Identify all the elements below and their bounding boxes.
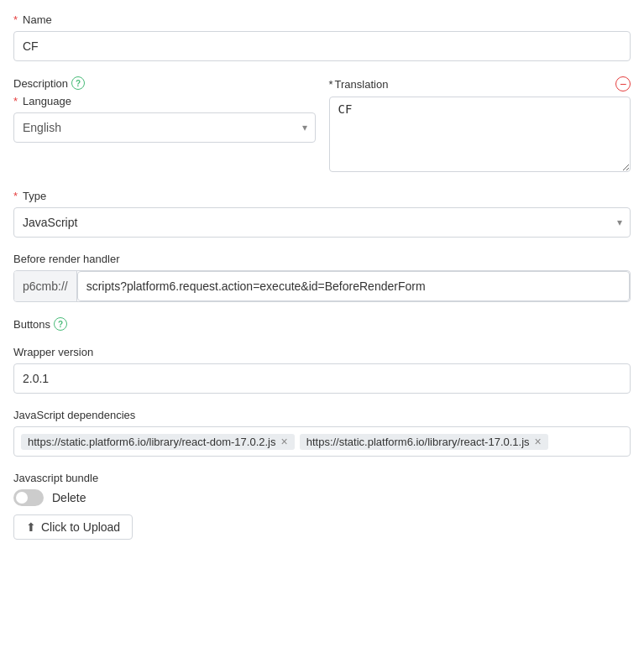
type-required: *	[13, 190, 18, 202]
type-label: * Type	[13, 190, 631, 202]
js-dependencies-tags: https://static.platform6.io/library/reac…	[13, 426, 631, 457]
description-info-icon[interactable]: ?	[71, 76, 85, 90]
buttons-label-text: Buttons	[13, 318, 50, 331]
language-select-wrapper: English French Spanish German ▾	[13, 112, 316, 143]
delete-label: Delete	[52, 491, 86, 504]
js-bundle-field-group: Javascript bundle Delete ⬆ Click to Uplo…	[13, 472, 631, 540]
description-label-text: Description	[13, 77, 68, 90]
delete-toggle-row: Delete	[13, 489, 631, 506]
before-render-input[interactable]	[77, 271, 630, 301]
wrapper-version-label: Wrapper version	[13, 346, 631, 358]
type-label-text: Type	[23, 190, 46, 202]
name-input[interactable]	[13, 31, 631, 61]
language-label-text: Language	[23, 95, 71, 107]
js-dep-1-text: https://static.platform6.io/library/reac…	[28, 436, 276, 448]
buttons-info-icon[interactable]: ?	[54, 317, 67, 331]
translation-remove-icon[interactable]: −	[615, 76, 631, 91]
name-field-group: * Name	[13, 13, 631, 61]
js-dep-2-remove[interactable]: ×	[535, 436, 542, 447]
translation-label-text: Translation	[335, 78, 389, 91]
description-col: Description ? * Language English French …	[13, 76, 316, 175]
js-bundle-label: Javascript bundle	[13, 472, 631, 484]
name-label: * Name	[13, 13, 631, 26]
description-label: Description ?	[13, 76, 316, 90]
wrapper-version-field-group: Wrapper version	[13, 346, 631, 394]
before-render-label-text: Before render handler	[13, 253, 119, 265]
translation-textarea[interactable]: CF	[329, 97, 631, 172]
language-required: *	[13, 95, 18, 107]
js-dep-2-text: https://static.platform6.io/library/reac…	[306, 436, 530, 448]
upload-label: Click to Upload	[41, 520, 120, 534]
wrapper-version-input[interactable]	[13, 363, 631, 394]
js-dependencies-label-text: JavaScript dependencies	[13, 409, 135, 421]
before-render-field-group: Before render handler p6cmb://	[13, 253, 631, 302]
translation-header: * Translation −	[329, 76, 631, 91]
description-row: Description ? * Language English French …	[13, 76, 631, 175]
before-render-row: p6cmb://	[13, 270, 631, 302]
language-field-group: * Language English French Spanish German…	[13, 95, 316, 143]
name-required: *	[13, 13, 18, 26]
type-select-wrapper: JavaScript HTML CSS ▾	[13, 207, 631, 238]
upload-button[interactable]: ⬆ Click to Upload	[13, 514, 133, 540]
before-render-label: Before render handler	[13, 253, 631, 265]
delete-toggle[interactable]	[13, 489, 44, 506]
buttons-label: Buttons ?	[13, 317, 631, 331]
name-label-text: Name	[23, 13, 52, 26]
js-dependencies-label: JavaScript dependencies	[13, 409, 631, 421]
language-label: * Language	[13, 95, 316, 107]
translation-required: *	[329, 78, 333, 91]
wrapper-version-label-text: Wrapper version	[13, 346, 93, 358]
js-dep-tag-2: https://static.platform6.io/library/reac…	[300, 434, 548, 450]
type-field-group: * Type JavaScript HTML CSS ▾	[13, 190, 631, 238]
translation-label: * Translation	[329, 78, 389, 91]
language-select[interactable]: English French Spanish German	[13, 112, 316, 143]
protocol-prefix: p6cmb://	[14, 271, 77, 301]
translation-col: * Translation − CF	[329, 76, 631, 175]
js-dep-1-remove[interactable]: ×	[281, 436, 288, 447]
buttons-field-group: Buttons ?	[13, 317, 631, 331]
upload-icon: ⬆	[26, 520, 36, 534]
toggle-slider	[13, 489, 44, 506]
type-select[interactable]: JavaScript HTML CSS	[13, 207, 631, 238]
js-dep-tag-1: https://static.platform6.io/library/reac…	[21, 434, 295, 450]
js-dependencies-field-group: JavaScript dependencies https://static.p…	[13, 409, 631, 457]
js-bundle-label-text: Javascript bundle	[13, 472, 98, 484]
